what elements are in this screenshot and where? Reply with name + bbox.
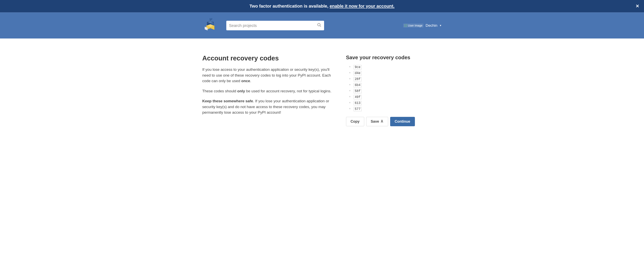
recovery-code: 613: [354, 101, 362, 105]
main-content: Account recovery codes If you lose acces…: [178, 38, 466, 134]
save-button[interactable]: Save: [366, 117, 388, 126]
recovery-code: 577: [354, 107, 362, 111]
right-column: Save your recovery codes 9ce d4e 28f 6b4…: [346, 54, 442, 126]
svg-line-9: [320, 26, 321, 27]
recovery-code: 49f: [354, 95, 362, 99]
recovery-code-item: 9ce: [350, 65, 442, 70]
recovery-code: 9ce: [354, 65, 362, 69]
recovery-code-item: 6b4: [350, 83, 442, 88]
continue-button[interactable]: Continue: [390, 117, 415, 126]
intro-paragraph-1: If you lose access to your authenticatio…: [202, 67, 338, 84]
recovery-code: 6b4: [354, 83, 362, 87]
search-input[interactable]: [226, 21, 324, 30]
page-title: Account recovery codes: [202, 54, 338, 62]
pypi-logo[interactable]: [202, 18, 218, 33]
banner-text: Two factor authentication is available,: [250, 3, 330, 8]
svg-marker-7: [210, 18, 212, 20]
recovery-code-item: 28f: [350, 77, 442, 82]
svg-rect-11: [381, 122, 383, 122]
recovery-code: d4e: [354, 71, 362, 75]
recovery-code: 28f: [354, 77, 362, 81]
left-column: Account recovery codes If you lose acces…: [202, 54, 338, 126]
svg-point-8: [318, 23, 320, 26]
recovery-code-item: 49f: [350, 95, 442, 100]
user-menu[interactable]: User Image Dechin ▼: [403, 23, 442, 28]
notification-banner: Two factor authentication is available, …: [0, 0, 644, 12]
recovery-code: 58f: [354, 89, 362, 93]
svg-rect-10: [404, 24, 407, 27]
intro-paragraph-2: These codes should only be used for acco…: [202, 88, 338, 94]
site-header: User Image Dechin ▼: [0, 12, 644, 38]
intro-paragraph-3: Keep these somewhere safe. If you lose y…: [202, 98, 338, 115]
copy-button[interactable]: Copy: [346, 117, 364, 126]
button-row: Copy Save Continue: [346, 117, 442, 126]
recovery-code-item: 577: [350, 107, 442, 112]
download-icon: [380, 119, 384, 124]
search-icon[interactable]: [317, 23, 321, 28]
close-icon[interactable]: ✕: [636, 3, 639, 9]
recovery-codes-list: 9ce d4e 28f 6b4 58f 49f 613 577: [346, 65, 442, 112]
chevron-down-icon: ▼: [440, 24, 442, 27]
recovery-code-item: d4e: [350, 71, 442, 76]
search-container: [226, 21, 324, 30]
banner-link[interactable]: enable it now for your account.: [330, 3, 394, 8]
recovery-code-item: 58f: [350, 89, 442, 94]
username: Dechin: [426, 23, 437, 28]
recovery-code-item: 613: [350, 101, 442, 106]
codes-title: Save your recovery codes: [346, 54, 442, 61]
avatar: User Image: [403, 23, 424, 27]
